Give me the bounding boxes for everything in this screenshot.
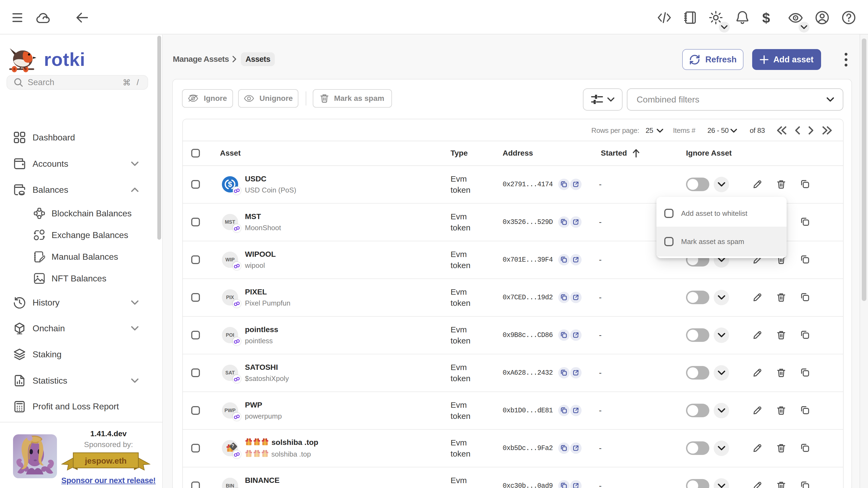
svg-text:$: $ — [228, 180, 232, 188]
svg-text:jespow.eth: jespow.eth — [85, 456, 127, 465]
